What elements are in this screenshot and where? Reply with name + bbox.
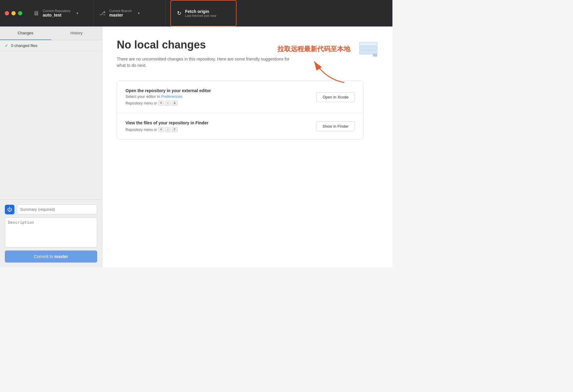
illustration: [356, 39, 380, 63]
close-button[interactable]: [5, 11, 9, 15]
titlebar: 🖥 Current Repository auto_test ▾ ⎇ Curre…: [0, 0, 392, 26]
fetch-title: Fetch origin: [185, 9, 216, 14]
check-icon: ✓: [5, 43, 8, 48]
shortcut-cmd-icon: ⌘: [158, 101, 164, 106]
current-branch-section[interactable]: ⎇ Current Branch master ▾: [93, 0, 166, 26]
preferences-link[interactable]: Preferences: [161, 94, 182, 99]
repo-label: Current Repository: [43, 9, 70, 13]
minimize-button[interactable]: [11, 11, 16, 15]
branch-name: master: [109, 13, 132, 17]
sidebar: Changes History ✓ 0 changed files ⏻ Comm…: [0, 26, 102, 267]
main-layout: Changes History ✓ 0 changed files ⏻ Comm…: [0, 26, 392, 267]
fetch-origin-button[interactable]: ↻ Fetch origin Last fetched just now: [170, 0, 237, 26]
fetch-subtitle: Last fetched just now: [185, 14, 216, 17]
changed-files-count: 0 changed files: [11, 43, 37, 48]
current-repo-section[interactable]: 🖥 Current Repository auto_test ▾: [27, 0, 93, 26]
summary-input[interactable]: [17, 204, 97, 214]
description-input[interactable]: [5, 217, 97, 247]
header: 🖥 Current Repository auto_test ▾ ⎇ Curre…: [27, 0, 241, 26]
svg-rect-2: [359, 46, 377, 50]
card-1-sub: Select your editor in Preferences: [125, 94, 316, 99]
branch-label: Current Branch: [109, 9, 132, 13]
card-1-shortcut: Repository menu or ⌘ ⇧ A: [125, 101, 178, 106]
shortcut-shift-icon: ⇧: [165, 101, 171, 106]
card-2-title: View the files of your repository in Fin…: [125, 120, 316, 125]
tab-history[interactable]: History: [51, 26, 102, 40]
arrow-icon: [308, 55, 350, 86]
suggestion-cards: Open the repository in your external edi…: [117, 81, 364, 140]
no-changes-description: There are no uncommitted changes in this…: [117, 56, 297, 69]
repo-name: auto_test: [43, 13, 70, 17]
tab-changes[interactable]: Changes: [0, 26, 51, 40]
svg-rect-4: [373, 54, 377, 57]
repo-chevron-icon: ▾: [76, 11, 78, 15]
summary-row: ⏻: [5, 204, 97, 214]
svg-rect-3: [359, 42, 377, 46]
refresh-icon: ↻: [177, 10, 181, 17]
avatar-icon: ⏻: [5, 205, 14, 214]
annotation: 拉取远程最新代码至本地: [277, 45, 350, 86]
card-finder: View the files of your repository in Fin…: [117, 113, 363, 139]
shortcut-cmd-2-icon: ⌘: [158, 127, 164, 132]
branch-chevron-icon: ▾: [138, 11, 140, 15]
shortcut-f-key: F: [172, 127, 178, 132]
main-content: 拉取远程最新代码至本地 No local changes There are n…: [102, 26, 392, 267]
card-external-editor: Open the repository in your external edi…: [117, 81, 363, 113]
card-1-title: Open the repository in your external edi…: [125, 88, 316, 93]
shortcut-a-key: A: [172, 101, 178, 106]
shortcut-shift-2-icon: ⇧: [165, 127, 171, 132]
commit-area: ⏻ Commit to master: [0, 199, 102, 267]
annotation-text: 拉取远程最新代码至本地: [277, 45, 350, 54]
commit-button[interactable]: Commit to master: [5, 250, 97, 263]
branch-icon: ⎇: [99, 10, 106, 17]
open-in-xcode-button[interactable]: Open in Xcode: [316, 92, 355, 102]
maximize-button[interactable]: [18, 11, 22, 15]
sidebar-tabs: Changes History: [0, 26, 102, 40]
monitor-icon: 🖥: [33, 10, 39, 17]
card-2-shortcut: Repository menu or ⌘ ⇧ F: [125, 127, 178, 132]
traffic-lights: [5, 11, 22, 15]
show-in-finder-button[interactable]: Show in Finder: [316, 121, 355, 131]
changed-files-row: ✓ 0 changed files: [0, 40, 102, 51]
